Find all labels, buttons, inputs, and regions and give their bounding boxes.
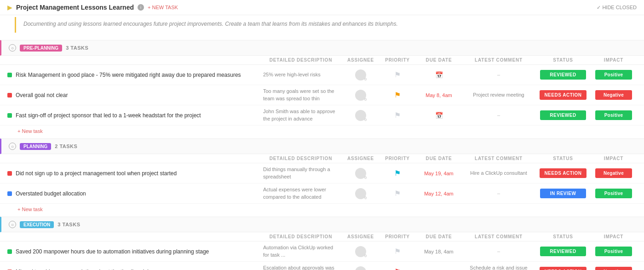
collapse-button-preplanning[interactable]: ○ xyxy=(9,44,16,52)
collapse-button-planning[interactable]: ○ xyxy=(9,143,16,150)
task-priority[interactable]: ⚑ xyxy=(379,189,416,198)
impact-badge[interactable]: Positive xyxy=(595,189,632,198)
task-impact[interactable]: Negative xyxy=(591,168,637,178)
task-priority[interactable]: ⚑ xyxy=(379,247,416,256)
task-impact[interactable]: Positive xyxy=(591,189,637,198)
task-due-date: May 8, 4am xyxy=(416,92,462,98)
task-impact[interactable]: Positive xyxy=(591,70,637,80)
priority-flag[interactable]: ⚑ xyxy=(394,111,401,120)
status-badge[interactable]: NEEDS ACTION xyxy=(540,168,586,178)
task-impact[interactable]: Negative xyxy=(591,267,637,270)
priority-flag[interactable]: ⚑ xyxy=(394,169,401,178)
task-status[interactable]: REVIEWED xyxy=(535,110,591,120)
priority-flag[interactable]: ⚑ xyxy=(394,91,401,99)
task-latest-comment: Schedule a risk and issue management mee… xyxy=(462,264,535,270)
calendar-icon: 📅 xyxy=(435,71,443,79)
task-priority[interactable]: ⚑ xyxy=(379,111,416,120)
col-due-date: DUE DATE xyxy=(416,57,462,63)
task-priority[interactable]: ⚑ xyxy=(379,267,416,270)
task-name[interactable]: Saved 200 manpower hours due to automati… xyxy=(16,248,209,255)
task-name[interactable]: Risk Management in good place - 75% were… xyxy=(16,72,241,78)
hide-closed-button[interactable]: ✓ HIDE CLOSED xyxy=(597,5,637,11)
task-description: Did things manually through a spreadshee… xyxy=(259,166,342,180)
status-badge[interactable]: REVIEWED xyxy=(540,70,586,80)
avatar[interactable] xyxy=(355,266,366,270)
task-assignee[interactable] xyxy=(342,168,379,179)
impact-badge[interactable]: Positive xyxy=(595,70,632,80)
status-badge[interactable]: REVIEWED xyxy=(540,247,586,256)
priority-flag[interactable]: ⚑ xyxy=(394,267,401,270)
impact-badge[interactable]: Negative xyxy=(595,90,632,100)
task-color-dot xyxy=(7,93,12,98)
task-assignee[interactable] xyxy=(342,188,379,199)
task-name[interactable]: Did not sign up to a project management … xyxy=(16,170,177,177)
task-name-cell: Fast sign-off of project sponsor that le… xyxy=(7,112,259,119)
col-priority: PRIORITY xyxy=(379,156,416,161)
priority-flag[interactable]: ⚑ xyxy=(394,189,401,198)
new-task-row-preplanning[interactable]: + New task xyxy=(0,126,644,137)
task-priority[interactable]: ⚑ xyxy=(379,91,416,99)
avatar[interactable] xyxy=(355,90,366,101)
impact-badge[interactable]: Positive xyxy=(595,247,632,256)
task-name[interactable]: Fast sign-off of project sponsor that le… xyxy=(16,112,201,119)
status-badge[interactable]: NEEDS ACTION xyxy=(540,267,586,270)
task-assignee[interactable] xyxy=(342,246,379,257)
table-row: Fast sign-off of project sponsor that le… xyxy=(0,105,644,126)
avatar[interactable] xyxy=(355,246,366,257)
task-description: John Smith was able to approve the proje… xyxy=(259,108,342,122)
avatar[interactable] xyxy=(355,110,366,121)
task-assignee[interactable] xyxy=(342,110,379,121)
task-name[interactable]: Overstated budget allocation xyxy=(16,190,86,197)
task-priority[interactable]: ⚑ xyxy=(379,169,416,178)
status-badge[interactable]: NEEDS ACTION xyxy=(540,90,586,100)
task-assignee[interactable] xyxy=(342,69,379,80)
table-row: Did not sign up to a project management … xyxy=(0,163,644,184)
task-count-execution: 3 TASKS xyxy=(58,222,80,227)
task-status[interactable]: IN REVIEW xyxy=(535,189,591,198)
new-task-button[interactable]: + NEW TASK xyxy=(148,5,178,10)
new-task-row-planning[interactable]: + New task xyxy=(0,204,644,215)
task-status[interactable]: NEEDS ACTION xyxy=(535,90,591,100)
task-assignee[interactable] xyxy=(342,266,379,270)
status-badge[interactable]: IN REVIEW xyxy=(540,189,586,198)
task-name[interactable]: Overall goal not clear xyxy=(16,92,68,98)
col-latest-comment: LATEST COMMENT xyxy=(462,156,535,161)
task-latest-comment: – xyxy=(462,190,535,197)
col-due-date: DUE DATE xyxy=(416,156,462,161)
avatar[interactable] xyxy=(355,168,366,179)
expand-icon[interactable]: ▶ xyxy=(7,4,12,11)
table-row: Risk Management in good place - 75% were… xyxy=(0,65,644,85)
task-impact[interactable]: Positive xyxy=(591,110,637,120)
col-status: STATUS xyxy=(535,156,591,161)
avatar[interactable] xyxy=(355,188,366,199)
task-assignee[interactable] xyxy=(342,90,379,101)
task-description: Actual expenses were lower compared to t… xyxy=(259,186,342,201)
calendar-icon: 📅 xyxy=(435,112,443,119)
task-color-dot xyxy=(7,73,12,77)
task-color-dot xyxy=(7,113,12,118)
task-impact[interactable]: Positive xyxy=(591,247,637,256)
task-status[interactable]: REVIEWED xyxy=(535,247,591,256)
task-priority[interactable]: ⚑ xyxy=(379,70,416,79)
sections-container: ○ PRE-PLANNING 3 TASKS DETAILED DESCRIPT… xyxy=(0,40,644,270)
priority-flag[interactable]: ⚑ xyxy=(394,247,401,256)
collapse-button-execution[interactable]: ○ xyxy=(9,221,16,228)
task-status[interactable]: NEEDS ACTION xyxy=(535,267,591,270)
task-name[interactable]: Missed to address an escalation about th… xyxy=(16,269,155,270)
status-badge[interactable]: REVIEWED xyxy=(540,110,586,120)
impact-badge[interactable]: Positive xyxy=(595,110,632,120)
task-impact[interactable]: Negative xyxy=(591,90,637,100)
task-latest-comment: – xyxy=(462,112,535,119)
task-status[interactable]: REVIEWED xyxy=(535,70,591,80)
section-header-preplanning: ○ PRE-PLANNING 3 TASKS xyxy=(0,40,644,56)
avatar[interactable] xyxy=(355,69,366,80)
impact-badge[interactable]: Negative xyxy=(595,168,632,178)
impact-badge[interactable]: Negative xyxy=(595,267,632,270)
task-due-date: 📅 xyxy=(416,112,462,119)
page-title: Project Management Lessons Learned xyxy=(16,4,134,11)
task-status[interactable]: NEEDS ACTION xyxy=(535,168,591,178)
col-description: DETAILED DESCRIPTION xyxy=(259,57,342,63)
info-icon[interactable]: i xyxy=(138,4,144,11)
priority-flag[interactable]: ⚑ xyxy=(394,70,401,79)
task-due-date: May 18, 4am xyxy=(416,249,462,254)
